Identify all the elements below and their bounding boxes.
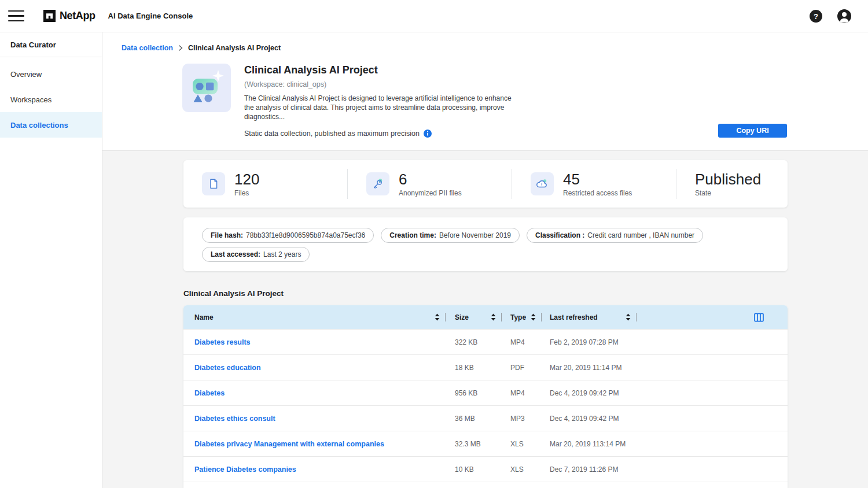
file-type: XLS bbox=[502, 465, 542, 474]
stat-label: Anonymized PII files bbox=[399, 189, 462, 197]
files-table: Name Size Type Last bbox=[183, 305, 788, 488]
breadcrumb: Data collection Clinical Analysis AI Pro… bbox=[122, 44, 868, 52]
file-name-link[interactable]: Diabetes bbox=[194, 389, 225, 397]
tag-label: Classification : bbox=[535, 231, 584, 239]
sidebar-nav: Overview Workspaces Data collections bbox=[0, 61, 102, 138]
file-last-refreshed: Dec 7, 2019 11:26 PM bbox=[542, 465, 637, 474]
project-title: Clinical Analysis AI Project bbox=[244, 64, 521, 76]
file-size: 36 MB bbox=[446, 415, 502, 423]
stat-label: Files bbox=[234, 189, 259, 197]
file-last-refreshed: Mar 20, 2019 113:14 PM bbox=[542, 440, 637, 448]
tag-value: 78bb33f1e8d9006595b874a0a75ecf36 bbox=[246, 231, 365, 239]
file-type: MP4 bbox=[502, 389, 542, 397]
file-name-link[interactable]: Patience Diabetes companies bbox=[194, 465, 296, 474]
sidebar-item[interactable]: Workspaces bbox=[0, 87, 102, 112]
stat-value: Published bbox=[695, 171, 761, 187]
table-row: Diabetes 956 KB MP4 Dec 4, 2019 09:42 PM bbox=[183, 380, 788, 405]
tag-label: File hash: bbox=[211, 231, 243, 239]
file-icon bbox=[202, 172, 225, 195]
file-type: MP3 bbox=[502, 415, 542, 423]
stat-label: Restricted access files bbox=[563, 189, 632, 197]
table-row: Patience Diabetes companies 10 KB XLS De… bbox=[183, 456, 788, 482]
sidebar-item[interactable]: Data collections bbox=[0, 112, 102, 138]
sidebar-item-label: Workspaces bbox=[10, 95, 52, 104]
table-row: Diabetes results 322 KB MP4 Feb 2, 2019 … bbox=[183, 329, 788, 354]
key-icon bbox=[366, 172, 389, 195]
file-name-link[interactable]: Diabetes ethics consult bbox=[194, 415, 275, 423]
sidebar: Data Curator Overview Workspaces Data co… bbox=[0, 32, 102, 488]
sidebar-title: Data Curator bbox=[0, 32, 102, 57]
table-row: Diabetes privacy Management with externa… bbox=[183, 431, 788, 456]
file-type: MP4 bbox=[502, 338, 542, 346]
tag-value: Before November 2019 bbox=[439, 231, 511, 239]
brand-name: NetApp bbox=[60, 10, 95, 22]
file-name-link[interactable]: Diabetes results bbox=[194, 338, 251, 346]
file-name-link[interactable]: Diabetes privacy Management with externa… bbox=[194, 440, 384, 448]
file-size: 322 KB bbox=[446, 338, 502, 346]
help-icon[interactable]: ? bbox=[809, 9, 823, 23]
chevron-right-icon bbox=[178, 45, 183, 51]
stat-value: 45 bbox=[563, 171, 632, 187]
stat-value: 120 bbox=[234, 171, 259, 187]
stat-state: Published State bbox=[676, 171, 788, 197]
table-header-row: Name Size Type Last bbox=[183, 305, 788, 329]
netapp-brand: NetApp bbox=[43, 10, 95, 22]
file-size: 18 KB bbox=[446, 364, 502, 372]
top-bar: NetApp AI Data Engine Console ? bbox=[0, 0, 868, 32]
tag-label: Last accessed: bbox=[211, 250, 260, 258]
stats-card: 120 Files 6 Anonymized PII files bbox=[183, 160, 788, 208]
file-last-refreshed: Dec 4, 2019 09:42 PM bbox=[542, 389, 637, 397]
project-thumbnail-icon bbox=[182, 64, 231, 112]
file-last-refreshed: Dec 4, 2019 09:42 PM bbox=[542, 415, 637, 423]
stat-restricted-access: 45 Restricted access files bbox=[512, 171, 676, 197]
stat-label: State bbox=[695, 189, 761, 197]
user-avatar-icon[interactable] bbox=[837, 9, 852, 24]
sort-icon[interactable] bbox=[531, 313, 536, 321]
tag-value: Last 2 years bbox=[263, 250, 301, 258]
menu-icon[interactable] bbox=[8, 10, 24, 22]
column-header-size: Size bbox=[455, 313, 469, 321]
file-type: PDF bbox=[502, 364, 542, 372]
project-status-note: Static data collection, published as max… bbox=[244, 130, 420, 138]
file-last-refreshed: Feb 2, 2019 07:28 PM bbox=[542, 338, 637, 346]
column-header-type: Type bbox=[510, 313, 526, 321]
tag-chip: Creation time: Before November 2019 bbox=[381, 228, 520, 243]
info-icon[interactable] bbox=[424, 130, 432, 138]
file-last-refreshed: Mar 20, 2019 11:14 PM bbox=[542, 364, 637, 372]
netapp-logo-icon bbox=[43, 10, 56, 22]
stat-files: 120 Files bbox=[183, 171, 347, 197]
sort-icon[interactable] bbox=[626, 313, 631, 321]
column-header-last-refreshed: Last refreshed bbox=[550, 313, 598, 321]
sort-icon[interactable] bbox=[491, 313, 496, 321]
project-description: The Clinical Analysis AI Project is desi… bbox=[244, 94, 521, 121]
table-row: Diabetes education 18 KB PDF Mar 20, 201… bbox=[183, 354, 788, 380]
breadcrumb-parent-link[interactable]: Data collection bbox=[122, 44, 173, 52]
cloud-restricted-icon bbox=[531, 172, 554, 195]
tag-chip: File hash: 78bb33f1e8d9006595b874a0a75ec… bbox=[202, 228, 374, 243]
tag-chip: Last accessed: Last 2 years bbox=[202, 247, 310, 262]
breadcrumb-current: Clinical Analysis AI Project bbox=[188, 44, 281, 52]
copy-uri-button[interactable]: Copy URI bbox=[718, 124, 787, 138]
column-settings-icon[interactable] bbox=[754, 313, 764, 322]
tag-value: Credit card number , IBAN number bbox=[587, 231, 694, 239]
file-size: 10 KB bbox=[446, 465, 502, 474]
sort-icon[interactable] bbox=[435, 313, 440, 321]
sidebar-item-label: Overview bbox=[10, 70, 42, 79]
stat-value: 6 bbox=[399, 171, 462, 187]
table-row: Diabetes ethics consult 36 MB MP3 Dec 4,… bbox=[183, 405, 788, 431]
file-size: 956 KB bbox=[446, 389, 502, 397]
column-header-name: Name bbox=[194, 313, 214, 321]
svg-text:?: ? bbox=[814, 12, 818, 20]
file-name-link[interactable]: Diabetes education bbox=[194, 364, 261, 372]
tag-label: Creation time: bbox=[389, 231, 436, 239]
project-header-section: Data collection Clinical Analysis AI Pro… bbox=[102, 32, 868, 151]
table-section-title: Clinical Analysis AI Project bbox=[183, 289, 788, 298]
app-title: AI Data Engine Console bbox=[108, 12, 193, 20]
file-type: XLS bbox=[502, 440, 542, 448]
project-workspace: (Workspace: clinical_ops) bbox=[244, 80, 521, 88]
sidebar-item[interactable]: Overview bbox=[0, 61, 102, 87]
tags-card: File hash: 78bb33f1e8d9006595b874a0a75ec… bbox=[183, 217, 788, 271]
file-size: 32.3 MB bbox=[446, 440, 502, 448]
stat-anonymized-pii: 6 Anonymized PII files bbox=[348, 171, 512, 197]
table-body: Diabetes results 322 KB MP4 Feb 2, 2019 … bbox=[183, 329, 788, 482]
